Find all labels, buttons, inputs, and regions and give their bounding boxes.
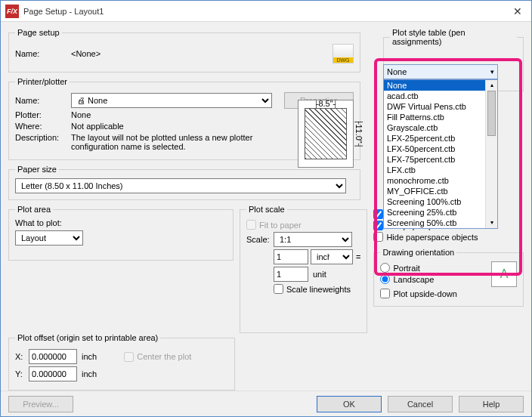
plot-style-combo-button[interactable]: None ▾: [383, 64, 498, 79]
what-to-plot-select[interactable]: Layout: [15, 230, 83, 246]
plot-style-item[interactable]: Grayscale.ctb: [384, 122, 497, 133]
scale-label: Scale:: [246, 235, 274, 244]
dialog-button-row: Preview... OK Cancel Help: [1, 391, 531, 416]
orientation-group: Drawing orientation Portrait Landscape A…: [373, 248, 524, 307]
where-label: Where:: [15, 122, 71, 131]
plot-style-item[interactable]: LFX.ctb: [384, 165, 497, 175]
plot-style-item[interactable]: Screening 100%.ctb: [384, 196, 497, 207]
plot-style-list[interactable]: None acad.ctb DWF Virtual Pens.ctb Fill …: [383, 79, 498, 229]
combo-scrollbar[interactable]: ▴ ▾: [485, 80, 497, 228]
unit-label: unit: [313, 270, 326, 279]
scale-select[interactable]: 1:1: [274, 232, 352, 247]
plot-offset-group: Plot offset (origin set to printable are…: [8, 333, 235, 391]
plot-style-selected: None: [387, 67, 407, 76]
y-input[interactable]: [29, 366, 77, 381]
page-setup-legend: Page setup: [15, 28, 62, 37]
page-setup-name-value: <None>: [71, 49, 101, 58]
window-title: Page Setup - Layout1: [23, 7, 509, 16]
cancel-button[interactable]: Cancel: [388, 396, 453, 412]
paper-size-group: Paper size Letter (8.50 x 11.00 Inches): [8, 165, 360, 200]
plot-style-legend: Plot style table (pen assignments): [390, 28, 517, 46]
plot-style-item[interactable]: monochrome.ctb: [384, 175, 497, 186]
plot-style-item[interactable]: Screening 25%.ctb: [384, 207, 497, 218]
hide-paperspace-check[interactable]: Hide paperspace objects: [373, 232, 524, 242]
what-to-plot-label: What to plot:: [15, 218, 227, 227]
x-input[interactable]: [29, 349, 77, 364]
plot-scale-legend: Plot scale: [246, 205, 287, 214]
plot-style-item[interactable]: Screening 50%.ctb: [384, 218, 497, 228]
app-icon: F/X: [5, 5, 19, 18]
page-setup-group: Page setup Name: <None>: [8, 28, 360, 73]
y-unit: inch: [82, 369, 97, 378]
paper-preview: ├8.5"┤ ├11.0"┤: [298, 100, 354, 168]
plot-style-item[interactable]: LFX-75percent.ctb: [384, 154, 497, 165]
close-icon[interactable]: ✕: [509, 5, 527, 17]
printer-name-select[interactable]: 🖨 None: [71, 93, 272, 108]
printer-plotter-group: Printer/plotter Name: 🖨 None Properties …: [8, 77, 360, 160]
x-label: X:: [15, 352, 29, 361]
page-setup-dialog: F/X Page Setup - Layout1 ✕ Page setup Na…: [0, 0, 532, 417]
landscape-radio[interactable]: Landscape: [380, 274, 491, 284]
x-unit: inch: [82, 352, 97, 361]
plot-style-item[interactable]: LFX-50percent.ctb: [384, 144, 497, 154]
plotter-label: Plotter:: [15, 110, 71, 119]
scroll-down-icon[interactable]: ▾: [486, 218, 497, 228]
plot-offset-legend: Plot offset (origin set to printable are…: [15, 333, 160, 342]
paper-dim-height: ├11.0"┤: [354, 100, 363, 167]
plot-area-legend: Plot area: [15, 205, 53, 214]
y-label: Y:: [15, 369, 29, 378]
printer-legend: Printer/plotter: [15, 77, 70, 86]
plot-area-group: Plot area What to plot: Layout: [8, 205, 234, 261]
orientation-legend: Drawing orientation: [380, 248, 456, 257]
equals-label: =: [356, 252, 360, 261]
desc-label: Description:: [15, 133, 71, 142]
scale-lineweights-check[interactable]: Scale lineweights: [274, 284, 360, 294]
preview-button: Preview...: [8, 396, 73, 412]
plotter-value: None: [71, 110, 91, 119]
scale-unit-select[interactable]: inches: [311, 249, 353, 264]
paper-size-select[interactable]: Letter (8.50 x 11.00 Inches): [15, 178, 346, 193]
where-value: Not applicable: [71, 122, 124, 131]
plot-style-combo[interactable]: None ▾ None acad.ctb DWF Virtual Pens.ct…: [383, 64, 524, 229]
orientation-icon: A: [491, 261, 517, 287]
plot-scale-group: Plot scale Fit to paper Scale: 1:1 inche…: [240, 205, 367, 333]
dwg-icon[interactable]: [332, 44, 354, 63]
printer-name-label: Name:: [15, 96, 71, 105]
fit-to-paper-check: Fit to paper: [246, 220, 360, 230]
chevron-down-icon: ▾: [490, 68, 494, 76]
paper-legend: Paper size: [15, 165, 59, 174]
help-button[interactable]: Help: [459, 396, 524, 412]
upside-down-check[interactable]: Plot upside-down: [380, 289, 517, 298]
plot-style-item[interactable]: MY_OFFICE.ctb: [384, 186, 497, 196]
titlebar: F/X Page Setup - Layout1 ✕: [1, 1, 531, 22]
plot-style-item[interactable]: None: [384, 80, 497, 91]
portrait-radio[interactable]: Portrait: [380, 263, 491, 273]
desc-value: The layout will not be plotted unless a …: [71, 133, 275, 151]
scale-denominator-input[interactable]: [274, 267, 308, 282]
scroll-up-icon[interactable]: ▴: [486, 80, 497, 91]
scroll-thumb[interactable]: [487, 91, 496, 136]
plot-style-item[interactable]: Fill Patterns.ctb: [384, 112, 497, 122]
plot-style-item[interactable]: acad.ctb: [384, 91, 497, 101]
page-setup-name-label: Name:: [15, 49, 71, 58]
paper-dim-width: ├8.5"┤: [298, 99, 353, 108]
center-plot-check: Center the plot: [124, 352, 191, 362]
ok-button[interactable]: OK: [317, 396, 382, 412]
plot-style-item[interactable]: DWF Virtual Pens.ctb: [384, 101, 497, 112]
scale-numerator-input[interactable]: [274, 249, 308, 264]
plot-style-item[interactable]: LFX-25percent.ctb: [384, 133, 497, 144]
